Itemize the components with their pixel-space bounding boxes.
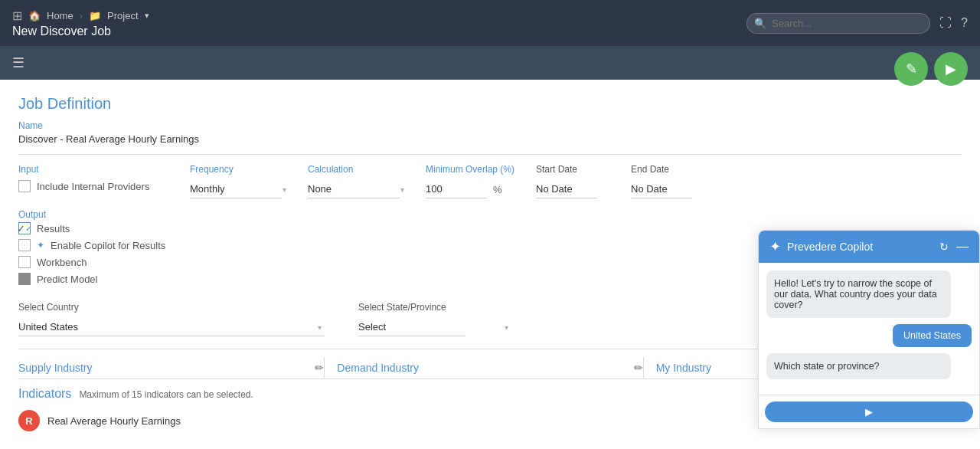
include-internal-providers-label: Include Internal Providers (37, 181, 149, 192)
percent-icon: % (493, 184, 502, 195)
end-date-label: End Date (631, 164, 707, 175)
start-date-label: Start Date (536, 164, 612, 175)
results-label: Results (37, 223, 70, 234)
state-select[interactable]: Select (358, 318, 466, 336)
overlap-input[interactable] (426, 180, 487, 198)
edit-button[interactable]: ✎ (894, 52, 928, 86)
frequency-label: Frequency (190, 164, 289, 175)
calculation-select[interactable]: None Sum Average (308, 180, 400, 198)
calculation-caret-icon: ▾ (400, 185, 404, 194)
topbar: ⊞ 🏠 Home › 📁 Project ▾ New Discover Job … (0, 0, 980, 46)
edit-icon: ✎ (906, 61, 917, 77)
nav-separator: › (80, 10, 83, 21)
supply-industry-col: Supply Industry ✏ (18, 357, 324, 379)
section-title: Job Definition (18, 95, 962, 113)
copilot-send-button[interactable]: ▶ (765, 401, 973, 422)
copilot-title: Prevedere Copilot (787, 241, 933, 253)
search-input[interactable] (746, 13, 930, 34)
grid-icon: ⊞ (12, 8, 22, 23)
help-icon[interactable]: ? (961, 16, 968, 30)
frequency-select-wrapper: Monthly Weekly Daily Annual ▾ (190, 180, 289, 198)
indicator-icon: R (18, 410, 40, 431)
home-label[interactable]: Home (47, 10, 74, 21)
demand-industry-edit-icon[interactable]: ✏ (634, 362, 643, 374)
copilot-header: ✦ Prevedere Copilot ↻ — (759, 231, 979, 263)
calculation-col: Calculation None Sum Average ▾ (308, 164, 407, 198)
indicators-title: Indicators (18, 387, 71, 401)
home-icon: 🏠 (28, 10, 41, 21)
start-date-col: Start Date (536, 164, 612, 198)
state-caret-icon: ▾ (505, 323, 508, 332)
frequency-select[interactable]: Monthly Weekly Daily Annual (190, 180, 282, 198)
my-industry-link[interactable]: My Industry (656, 362, 711, 374)
workbench-label: Workbench (37, 257, 87, 268)
page-title: New Discover Job (12, 25, 149, 38)
hamburger-menu-icon[interactable]: ☰ (12, 54, 24, 71)
country-col: Select Country United States ▾ (18, 302, 340, 336)
min-overlap-label: Minimum Overlap (%) (426, 164, 518, 175)
frequency-caret-icon: ▾ (283, 185, 286, 194)
select-state-label: Select State/Province (358, 302, 511, 313)
country-select-wrapper: United States ▾ (18, 318, 325, 336)
copilot-refresh-icon[interactable]: ↻ (939, 241, 949, 253)
state-select-wrapper: Select ▾ (358, 318, 511, 336)
fullscreen-icon[interactable]: ⛶ (939, 16, 952, 30)
predict-model-label: Predict Model (37, 274, 97, 285)
copilot-star-icon: ✦ (37, 240, 44, 251)
demand-industry-link[interactable]: Demand Industry (337, 362, 419, 374)
supply-industry-link[interactable]: Supply Industry (18, 362, 93, 374)
country-select[interactable]: United States (18, 318, 325, 336)
input-label: Input (18, 164, 172, 175)
copilot-stars-icon: ✦ (769, 238, 781, 255)
output-section: Output ✓ Results ✦ Enable Copilot for Re… (18, 209, 172, 290)
workbench-row: Workbench (18, 256, 172, 268)
enable-copilot-label: Enable Copilot for Results (51, 240, 165, 251)
chevron-down-icon[interactable]: ▾ (145, 11, 149, 21)
topbar-nav: ⊞ 🏠 Home › 📁 Project ▾ (12, 8, 149, 23)
predict-model-row: Predict Model (18, 273, 172, 285)
overlap-row: % (426, 180, 518, 198)
input-section: Input Include Internal Providers Output … (18, 164, 172, 290)
action-buttons: ✎ ▶ (894, 46, 968, 92)
calculation-label: Calculation (308, 164, 407, 175)
enable-copilot-checkbox[interactable] (18, 239, 31, 251)
workbench-checkbox[interactable] (18, 256, 31, 268)
calculation-select-wrapper: None Sum Average ▾ (308, 180, 407, 198)
copilot-footer: ▶ (759, 395, 979, 428)
indicator-name: Real Average Hourly Earnings (47, 415, 181, 427)
play-icon: ▶ (946, 61, 956, 77)
play-button[interactable]: ▶ (934, 52, 968, 86)
supply-industry-edit-icon[interactable]: ✏ (315, 362, 324, 374)
start-date-input[interactable] (536, 180, 597, 198)
name-label: Name (18, 120, 962, 131)
state-col: Select State/Province Select ▾ (358, 302, 511, 336)
frequency-col: Frequency Monthly Weekly Daily Annual ▾ (190, 164, 289, 198)
copilot-minimize-icon[interactable]: — (956, 240, 969, 254)
copilot-panel: ✦ Prevedere Copilot ↻ — Hello! Let's try… (758, 230, 980, 429)
copilot-bot-message-2: Which state or province? (766, 353, 951, 379)
subbar: ☰ (0, 46, 980, 80)
divider-1 (18, 154, 962, 155)
project-label[interactable]: Project (107, 10, 138, 21)
predict-model-checkbox[interactable] (18, 273, 31, 285)
copilot-bot-message-1: Hello! Let's try to narrow the scope of … (766, 270, 951, 318)
end-date-col: End Date (631, 164, 707, 198)
include-internal-providers-row: Include Internal Providers (18, 180, 172, 192)
copilot-body: Hello! Let's try to narrow the scope of … (759, 263, 979, 395)
name-value: Discover - Real Average Hourly Earnings (18, 133, 962, 145)
results-row: ✓ Results (18, 222, 172, 234)
overlap-col: Minimum Overlap (%) % (426, 164, 518, 198)
search-wrapper: 🔍 (746, 13, 930, 34)
copilot-header-icons: ↻ — (939, 240, 969, 254)
select-country-label: Select Country (18, 302, 340, 313)
enable-copilot-row: ✦ Enable Copilot for Results (18, 239, 172, 251)
output-label: Output (18, 209, 172, 220)
folder-icon: 📁 (89, 10, 101, 21)
copilot-user-message: United States (893, 324, 972, 347)
demand-industry-col: Demand Industry ✏ (324, 357, 642, 379)
results-checkbox[interactable]: ✓ (18, 222, 31, 234)
include-internal-providers-checkbox[interactable] (18, 180, 31, 192)
indicators-note: Maximum of 15 indicators can be selected… (79, 389, 253, 400)
end-date-input[interactable] (631, 180, 692, 198)
main-content: Job Definition Name Discover - Real Aver… (0, 80, 980, 449)
